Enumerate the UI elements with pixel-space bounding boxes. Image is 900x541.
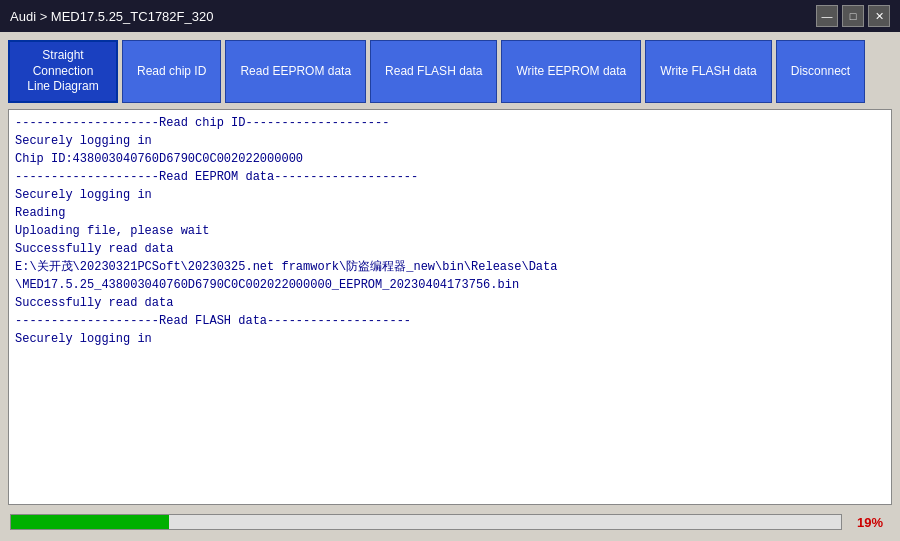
straight-connection-button[interactable]: Straight Connection Line Diagram [8, 40, 118, 103]
read-flash-button[interactable]: Read FLASH data [370, 40, 497, 103]
disconnect-button[interactable]: Disconnect [776, 40, 865, 103]
progress-track [10, 514, 842, 530]
title-text: Audi > MED17.5.25_TC1782F_320 [10, 9, 213, 24]
progress-bar-container: 19% [8, 511, 892, 533]
read-eeprom-button[interactable]: Read EEPROM data [225, 40, 366, 103]
maximize-button[interactable]: □ [842, 5, 864, 27]
close-button[interactable]: ✕ [868, 5, 890, 27]
progress-label: 19% [850, 515, 890, 530]
title-bar: Audi > MED17.5.25_TC1782F_320 — □ ✕ [0, 0, 900, 32]
window-controls[interactable]: — □ ✕ [816, 5, 890, 27]
log-area-container: --------------------Read chip ID--------… [8, 109, 892, 505]
write-eeprom-button[interactable]: Write EEPROM data [501, 40, 641, 103]
title-breadcrumb: Audi > MED17.5.25_TC1782F_320 [10, 9, 213, 24]
read-chip-id-button[interactable]: Read chip ID [122, 40, 221, 103]
write-flash-button[interactable]: Write FLASH data [645, 40, 771, 103]
main-content: Straight Connection Line Diagram Read ch… [0, 32, 900, 541]
progress-fill [11, 515, 169, 529]
log-area[interactable]: --------------------Read chip ID--------… [9, 110, 891, 504]
minimize-button[interactable]: — [816, 5, 838, 27]
toolbar: Straight Connection Line Diagram Read ch… [8, 40, 892, 103]
